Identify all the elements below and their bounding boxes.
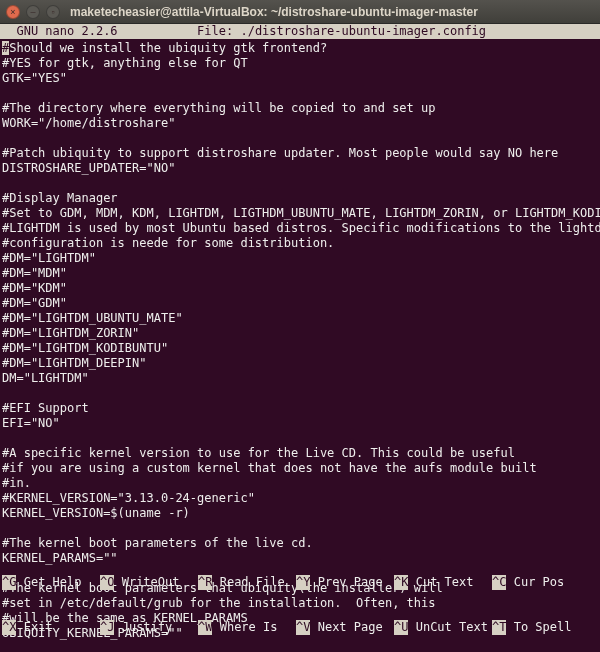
editor-line: #LIGHTDM is used by most Ubuntu based di… [2,221,598,236]
editor-line [2,86,598,101]
label-next-page: Next Page [318,620,383,634]
key-get-help[interactable]: ^G [2,575,16,590]
key-to-spell[interactable]: ^T [492,620,506,635]
editor-line: #A specific kernel version to use for th… [2,446,598,461]
label-uncut-text: UnCut Text [416,620,488,634]
key-exit[interactable]: ^X [2,620,16,635]
window-titlebar: × – ▫ maketecheasier@attila-VirtualBox: … [0,0,600,24]
key-justify[interactable]: ^J [100,620,114,635]
label-exit: Exit [24,620,53,634]
editor-line: #KERNEL_VERSION="3.13.0-24-generic" [2,491,598,506]
key-where-is[interactable]: ^W [198,620,212,635]
label-cur-pos: Cur Pos [514,575,565,589]
editor-line: #Display Manager [2,191,598,206]
editor-line: #DM="LIGHTDM_UBUNTU_MATE" [2,311,598,326]
label-prev-page: Prev Page [318,575,383,589]
editor-line [2,431,598,446]
label-justify: Justify [122,620,173,634]
key-prev-page[interactable]: ^Y [296,575,310,590]
editor-line: #DM="LIGHTDM_DEEPIN" [2,356,598,371]
key-read-file[interactable]: ^R [198,575,212,590]
editor-line [2,386,598,401]
nano-file-label: File: ./distroshare-ubuntu-imager.config [197,24,486,38]
editor-line: #DM="LIGHTDM" [2,251,598,266]
label-read-file: Read File [220,575,285,589]
label-writeout: WriteOut [122,575,180,589]
editor-line: #DM="MDM" [2,266,598,281]
editor-line: WORK="/home/distroshare" [2,116,598,131]
label-cut-text: Cut Text [416,575,474,589]
key-cut-text[interactable]: ^K [394,575,408,590]
cursor: # [2,41,9,55]
minimize-icon[interactable]: – [26,5,40,19]
window-title: maketecheasier@attila-VirtualBox: ~/dist… [70,5,478,19]
editor-line [2,131,598,146]
editor-line [2,176,598,191]
editor-line: #YES for gtk, anything else for QT [2,56,598,71]
key-next-page[interactable]: ^V [296,620,310,635]
editor-line: #EFI Support [2,401,598,416]
editor-line: #if you are using a custom kernel that d… [2,461,598,476]
label-where-is: Where Is [220,620,278,634]
editor-line: #DM="LIGHTDM_KODIBUNTU" [2,341,598,356]
label-to-spell: To Spell [514,620,572,634]
label-get-help: Get Help [24,575,82,589]
nano-header: GNU nano 2.2.6 File: ./distroshare-ubunt… [0,24,600,39]
key-cur-pos[interactable]: ^C [492,575,506,590]
editor-line: DM="LIGHTDM" [2,371,598,386]
editor-line: EFI="NO" [2,416,598,431]
editor-line: GTK="YES" [2,71,598,86]
editor-line: #Should we install the ubiquity gtk fron… [2,41,598,56]
editor-line: DISTROSHARE_UPDATER="NO" [2,161,598,176]
editor-line: #in. [2,476,598,491]
nano-version: GNU nano 2.2.6 [2,24,118,38]
editor-line: #Patch ubiquity to support distroshare u… [2,146,598,161]
maximize-icon[interactable]: ▫ [46,5,60,19]
key-uncut-text[interactable]: ^U [394,620,408,635]
nano-footer: ^G Get Help ^O WriteOut ^R Read File ^Y … [0,545,600,650]
editor-line [2,521,598,536]
editor-line: KERNEL_VERSION=$(uname -r) [2,506,598,521]
editor-line: #DM="LIGHTDM_ZORIN" [2,326,598,341]
key-writeout[interactable]: ^O [100,575,114,590]
editor-line: #DM="GDM" [2,296,598,311]
close-icon[interactable]: × [6,5,20,19]
editor-line: #Set to GDM, MDM, KDM, LIGHTDM, LIGTHDM_… [2,206,598,221]
editor-line: #DM="KDM" [2,281,598,296]
editor-line: #The directory where everything will be … [2,101,598,116]
editor-line: #configuration is neede for some distrib… [2,236,598,251]
